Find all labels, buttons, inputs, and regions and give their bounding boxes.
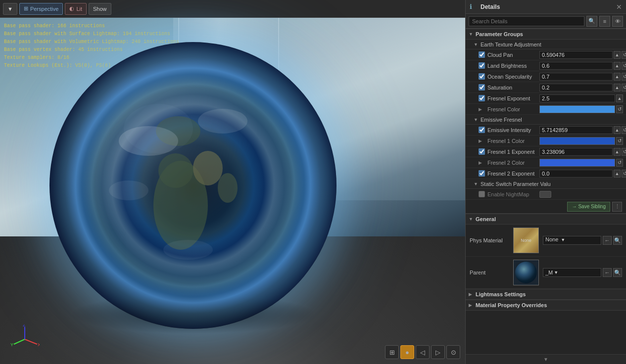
fresnel2-color-reset[interactable]: ↺ [616, 159, 623, 167]
fresnel1-color-label: Fresnel 1 Color [487, 138, 539, 144]
enable-nightmap-checkbox [479, 191, 485, 197]
scroll-down-button[interactable]: ▼ [466, 354, 626, 364]
fresnel2-exponent-spin[interactable]: ▲ [614, 170, 621, 178]
emissive-intensity-row: Emissive Intensity ▲ ↺ [466, 125, 626, 136]
parent-search-button[interactable]: 🔍 [613, 268, 622, 277]
search-input[interactable] [469, 16, 584, 26]
perspective-button[interactable]: ⊞ Perspective [19, 3, 63, 15]
fresnel1-exponent-spin[interactable]: ▲ [614, 148, 621, 156]
lightmass-chevron: ▶ [469, 292, 474, 297]
fresnel2-color-expand[interactable]: ▶ [479, 160, 485, 165]
lightmass-header[interactable]: ▶ Lightmass Settings [466, 289, 626, 300]
fresnel1-exponent-input[interactable] [539, 148, 613, 156]
viewport-menu-button[interactable]: ▼ [3, 3, 17, 15]
viewport-controls: ⊞ ● ◁ ▷ ⊙ [385, 345, 460, 359]
parameter-groups-chevron: ▼ [469, 32, 474, 37]
fresnel2-exponent-input[interactable] [539, 170, 613, 178]
emissive-fresnel-header[interactable]: ▼ Emissive Fresnel [466, 115, 626, 125]
emissive-intensity-spin[interactable]: ▲ [614, 126, 621, 134]
fresnel2-exponent-reset[interactable]: ↺ [622, 170, 626, 178]
lit-button[interactable]: ◐ Lit [65, 3, 87, 15]
parameter-groups-header[interactable]: ▼ Parameter Groups [466, 29, 626, 40]
ocean-specularity-checkbox[interactable] [479, 73, 485, 80]
land-brightness-input[interactable] [539, 62, 613, 70]
material-overrides-header[interactable]: ▶ Material Property Overrides [466, 300, 626, 311]
cloud-pan-row: Cloud Pan ▲ ↺ [466, 49, 626, 60]
list-view-button[interactable]: ≡ [599, 16, 610, 27]
vc-btn-4[interactable]: ▷ [431, 345, 445, 359]
parent-dropdown-arrow: ▼ [554, 270, 558, 275]
land-brightness-spin[interactable]: ▲ [614, 62, 621, 70]
fresnel-exponent-checkbox[interactable] [479, 95, 485, 101]
perspective-icon: ⊞ [24, 5, 28, 12]
show-button[interactable]: Show [89, 3, 111, 15]
details-close-button[interactable]: ✕ [616, 3, 622, 11]
fresnel-color-expand[interactable]: ▶ [479, 107, 485, 112]
phys-search-button[interactable]: 🔍 [613, 236, 622, 245]
fresnel1-color-swatch[interactable] [539, 137, 615, 145]
fresnel2-exponent-checkbox[interactable] [479, 170, 485, 177]
extra-action-button[interactable]: ⋮ [612, 202, 622, 212]
fresnel1-exponent-checkbox[interactable] [479, 148, 485, 155]
cloud-pan-reset[interactable]: ↺ [622, 51, 626, 59]
vc-btn-1[interactable]: ⊞ [385, 345, 399, 359]
saturation-spin[interactable]: ▲ [614, 84, 621, 91]
land-brightness-checkbox[interactable] [479, 62, 485, 69]
show-label: Show [93, 6, 107, 12]
vc-btn-3[interactable]: ◁ [416, 345, 430, 359]
globe-container [25, 27, 361, 344]
enable-nightmap-toggle[interactable] [539, 191, 551, 198]
ocean-specularity-reset[interactable]: ↺ [622, 73, 626, 81]
eye-icon: 👁 [615, 18, 621, 24]
fresnel-color-row: ▶ Fresnel Color ↺ [466, 104, 626, 115]
saturation-reset[interactable]: ↺ [622, 84, 626, 91]
fresnel1-exponent-reset[interactable]: ↺ [622, 148, 626, 156]
ocean-specularity-input[interactable] [539, 73, 613, 81]
parent-label: Parent [470, 270, 509, 275]
phys-material-label: Phys Material [470, 237, 509, 243]
viewport-toolbar: ▼ ⊞ Perspective ◐ Lit Show [0, 0, 465, 18]
cloud-pan-checkbox[interactable] [479, 51, 485, 58]
parent-back-button[interactable]: ← [603, 268, 612, 277]
cloud-pan-input[interactable] [539, 51, 613, 59]
svg-point-7 [109, 181, 148, 200]
ocean-specularity-spin[interactable]: ▲ [614, 73, 621, 81]
static-switch-header[interactable]: ▼ Static Switch Parameter Valu [466, 179, 626, 189]
fresnel2-color-swatch[interactable] [539, 159, 615, 167]
static-switch-title: Static Switch Parameter Valu [481, 181, 551, 187]
saturation-row: Saturation ▲ ↺ [466, 82, 626, 93]
static-switch-chevron: ▼ [474, 182, 479, 186]
land-brightness-reset[interactable]: ↺ [622, 62, 626, 70]
menu-icon: ▼ [7, 6, 13, 12]
phys-material-select[interactable]: None ▼ [543, 236, 601, 245]
emissive-intensity-input[interactable] [539, 126, 613, 134]
cloud-pan-spin[interactable]: ▲ [614, 51, 621, 59]
globe [49, 42, 337, 329]
perspective-label: Perspective [30, 6, 58, 12]
general-section-header[interactable]: ▼ General [466, 214, 626, 225]
search-button[interactable]: 🔍 [586, 16, 597, 27]
emissive-intensity-checkbox[interactable] [479, 127, 485, 133]
general-chevron: ▼ [469, 217, 474, 222]
phys-back-button[interactable]: ← [603, 236, 612, 245]
fresnel-exponent-input[interactable] [539, 94, 615, 102]
eye-button[interactable]: 👁 [612, 16, 623, 27]
fresnel1-color-expand[interactable]: ▶ [479, 138, 485, 143]
vc-btn-2[interactable]: ● [400, 345, 414, 359]
svg-text:Z: Z [23, 324, 26, 327]
fresnel-exponent-spin[interactable]: ▲ [616, 94, 623, 102]
land-brightness-row: Land Brightness ▲ ↺ [466, 60, 626, 71]
svg-line-11 [14, 339, 25, 344]
saturation-input[interactable] [539, 84, 613, 91]
fresnel-color-reset[interactable]: ↺ [616, 105, 623, 113]
fresnel-color-swatch[interactable] [539, 105, 615, 113]
vc-btn-5[interactable]: ⊙ [446, 345, 460, 359]
earth-texture-header[interactable]: ▼ Earth Texture Adjustment [466, 40, 626, 49]
emissive-intensity-reset[interactable]: ↺ [622, 126, 626, 134]
save-sibling-button[interactable]: → Save Sibling [567, 202, 610, 212]
saturation-checkbox[interactable] [479, 84, 485, 91]
parent-controls: _M ▼ ← 🔍 [543, 268, 622, 277]
fresnel2-exponent-row: Fresnel 2 Exponent ▲ ↺ [466, 168, 626, 179]
details-content[interactable]: ▼ Parameter Groups ▼ Earth Texture Adjus… [466, 29, 626, 354]
fresnel1-color-reset[interactable]: ↺ [616, 137, 623, 145]
